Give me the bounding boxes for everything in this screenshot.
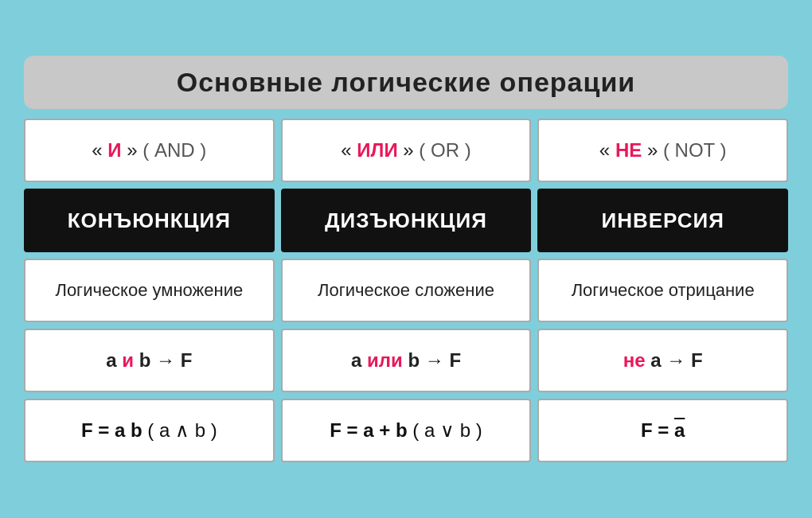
or-formula-sub: ( a ∨ b ) bbox=[412, 419, 482, 441]
and-formula: F = a b ( a ∧ b ) bbox=[81, 419, 217, 442]
and-expr-op: и bbox=[122, 349, 139, 371]
not-expr-cell: не a → F bbox=[537, 329, 788, 392]
neg-desc-cell: Логическое отрицание bbox=[537, 259, 788, 322]
or-label: « ИЛИ » ( OR ) bbox=[341, 139, 470, 162]
and-english: ( AND ) bbox=[142, 139, 206, 161]
not-formula-var: a bbox=[674, 419, 685, 441]
and-label: « И » ( AND ) bbox=[92, 139, 206, 162]
conjunction-label: КОНЪЮНКЦИЯ bbox=[68, 208, 231, 233]
inversion-label: ИНВЕРСИЯ bbox=[601, 208, 724, 233]
disjunction-label: ДИЗЪЮНКЦИЯ bbox=[325, 208, 487, 233]
or-expr-cell: a или b → F bbox=[281, 329, 532, 392]
not-english: ( NOT ) bbox=[663, 139, 727, 161]
add-description: Логическое сложение bbox=[318, 279, 494, 302]
add-desc-cell: Логическое сложение bbox=[281, 259, 532, 322]
or-expr-b: b → F bbox=[408, 349, 461, 371]
and-expression: a и b → F bbox=[106, 349, 192, 372]
mul-description: Логическое умножение bbox=[55, 279, 243, 302]
not-label: « НЕ » ( NOT ) bbox=[599, 139, 727, 162]
or-formula-cell: F = a + b ( a ∨ b ) bbox=[281, 399, 532, 462]
and-expr-cell: a и b → F bbox=[24, 329, 275, 392]
operations-grid: « И » ( AND ) « ИЛИ » ( OR ) « НЕ » ( NO… bbox=[24, 119, 788, 462]
and-highlight: И bbox=[107, 139, 121, 161]
or-formula: F = a + b ( a ∨ b ) bbox=[330, 419, 482, 442]
main-container: Основные логические операции « И » ( AND… bbox=[16, 48, 796, 470]
or-english: ( OR ) bbox=[419, 139, 470, 161]
not-expression: не a → F bbox=[623, 349, 703, 372]
or-label-cell: « ИЛИ » ( OR ) bbox=[281, 119, 532, 182]
or-expression: a или b → F bbox=[351, 349, 461, 372]
and-formula-cell: F = a b ( a ∧ b ) bbox=[24, 399, 275, 462]
not-formula: F = a bbox=[641, 419, 685, 442]
not-label-cell: « НЕ » ( NOT ) bbox=[537, 119, 788, 182]
mul-desc-cell: Логическое умножение bbox=[24, 259, 275, 322]
and-formula-sub: ( a ∧ b ) bbox=[147, 419, 217, 441]
and-expr-b: b → F bbox=[139, 349, 193, 371]
not-highlight: НЕ bbox=[615, 139, 642, 161]
neg-description: Логическое отрицание bbox=[572, 279, 755, 302]
or-expr-a: a bbox=[351, 349, 361, 371]
or-expr-op: или bbox=[367, 349, 408, 371]
not-formula-cell: F = a bbox=[537, 399, 788, 462]
not-expr-op: не bbox=[623, 349, 646, 371]
not-expr-a: a → F bbox=[650, 349, 702, 371]
or-highlight: ИЛИ bbox=[357, 139, 397, 161]
inversion-cell: ИНВЕРСИЯ bbox=[537, 189, 788, 252]
disjunction-cell: ДИЗЪЮНКЦИЯ bbox=[281, 189, 532, 252]
and-expr-a: a bbox=[106, 349, 116, 371]
title-box: Основные логические операции bbox=[24, 56, 788, 109]
page-title: Основные логические операции bbox=[177, 67, 635, 97]
conjunction-cell: КОНЪЮНКЦИЯ bbox=[24, 189, 275, 252]
and-label-cell: « И » ( AND ) bbox=[24, 119, 275, 182]
